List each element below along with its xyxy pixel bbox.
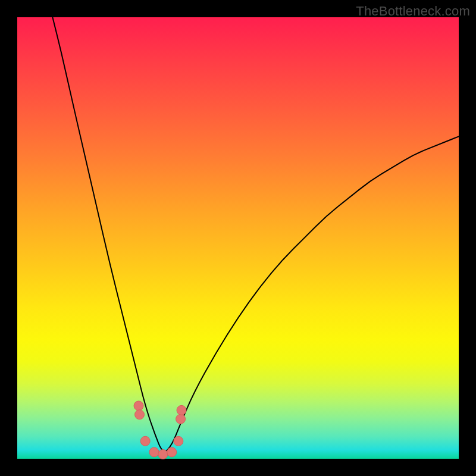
marker-dot bbox=[176, 414, 186, 424]
chart-frame: TheBottleneck.com bbox=[0, 0, 476, 476]
marker-dot bbox=[134, 401, 143, 411]
curve-layer bbox=[17, 17, 459, 459]
marker-dot bbox=[167, 447, 177, 457]
marker-dot bbox=[149, 447, 159, 457]
plot-area bbox=[17, 17, 459, 459]
marker-dot bbox=[158, 450, 168, 459]
marker-dot bbox=[174, 436, 183, 446]
marker-dot bbox=[135, 410, 145, 419]
marker-dot bbox=[140, 436, 150, 446]
marker-dot bbox=[177, 405, 186, 415]
bottleneck-curve bbox=[52, 17, 459, 451]
